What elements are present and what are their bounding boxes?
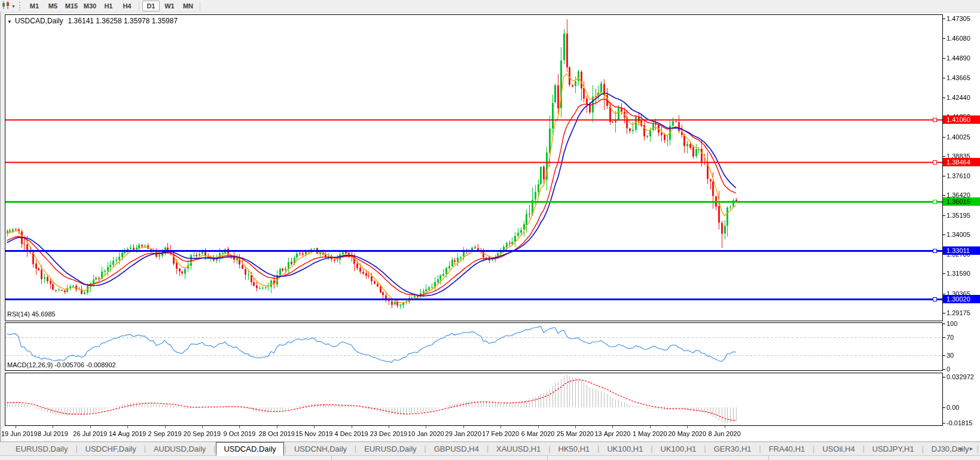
tab-eurusd-daily-0[interactable]: EURUSD,Daily — [8, 443, 75, 455]
tab-uk100-h1-9[interactable]: UK100,H1 — [600, 443, 650, 455]
timeframe-button-m30[interactable]: M30 — [81, 1, 99, 11]
timeframe-button-m15[interactable]: M15 — [63, 1, 80, 11]
tab-usdcad-daily-3[interactable]: USDCAD,Daily — [216, 442, 283, 456]
toolbar-grip[interactable] — [19, 2, 23, 11]
timeframe-button-h4[interactable]: H4 — [118, 1, 136, 11]
toolbar-separator — [139, 2, 139, 11]
candlestick-chart-icon — [2, 1, 10, 11]
price-chart-canvas[interactable] — [0, 13, 980, 441]
chart-window: ▼USDCAD,Daily1.36141 1.36258 1.35978 1.3… — [0, 13, 980, 441]
tab-audusd-daily-2[interactable]: AUDUSD,Daily — [146, 443, 213, 455]
timeframe-button-h1[interactable]: H1 — [100, 1, 117, 11]
tab-xauusd-h1-7[interactable]: XAUUSD,H1 — [489, 443, 548, 455]
tab-eurusd-daily-5[interactable]: EURUSD,Daily — [357, 443, 423, 455]
tab-usdcnh-daily-4[interactable]: USDCNH,Daily — [287, 443, 354, 455]
tab-scroll-controls: ◄ ► — [957, 445, 974, 452]
timeframe-toolbar: ▼ M1M5M15M30H1H4D1W1MN — [0, 0, 980, 13]
timeframe-button-m5[interactable]: M5 — [44, 1, 62, 11]
tab-usdchf-daily-1[interactable]: USDCHF,Daily — [78, 443, 144, 455]
tab-uk100-h1-10[interactable]: UK100,H1 — [654, 443, 704, 455]
mt4-window: ▼ M1M5M15M30H1H4D1W1MN ▼USDCAD,Daily1.36… — [0, 0, 980, 460]
tab-usdjpy-h1-14[interactable]: USDJPY,H1 — [865, 443, 921, 455]
timeframe-button-m1[interactable]: M1 — [26, 1, 43, 11]
timeframe-button-w1[interactable]: W1 — [161, 1, 178, 11]
tab-gbpusd-h4-6[interactable]: GBPUSD,H4 — [427, 443, 486, 455]
tab-scroll-right-icon[interactable]: ► — [969, 445, 974, 452]
status-strip — [0, 455, 980, 460]
chevron-down-icon: ▼ — [11, 4, 16, 8]
tab-fra40-h1-12[interactable]: FRA40,H1 — [762, 443, 813, 455]
chart-type-dropdown[interactable]: ▼ — [0, 1, 18, 12]
toolbar-separator — [200, 2, 200, 11]
tab-scroll-left-icon[interactable]: ◄ — [957, 445, 963, 452]
tab-usoil-h4-13[interactable]: USOil,H4 — [815, 443, 862, 455]
tab-separator: | — [976, 444, 979, 453]
status-separator — [547, 456, 548, 460]
tab-ger30-h1-11[interactable]: GER30,H1 — [707, 443, 759, 455]
tab-hk50-h1-8[interactable]: HK50,H1 — [551, 443, 597, 455]
status-separator — [768, 456, 769, 460]
timeframe-button-mn[interactable]: MN — [179, 1, 197, 11]
timeframe-button-d1[interactable]: D1 — [142, 1, 160, 11]
chart-tab-bar: EURUSD,Daily|USDCHF,Daily|AUDUSD,Daily|U… — [0, 441, 980, 455]
status-separator — [331, 456, 332, 460]
